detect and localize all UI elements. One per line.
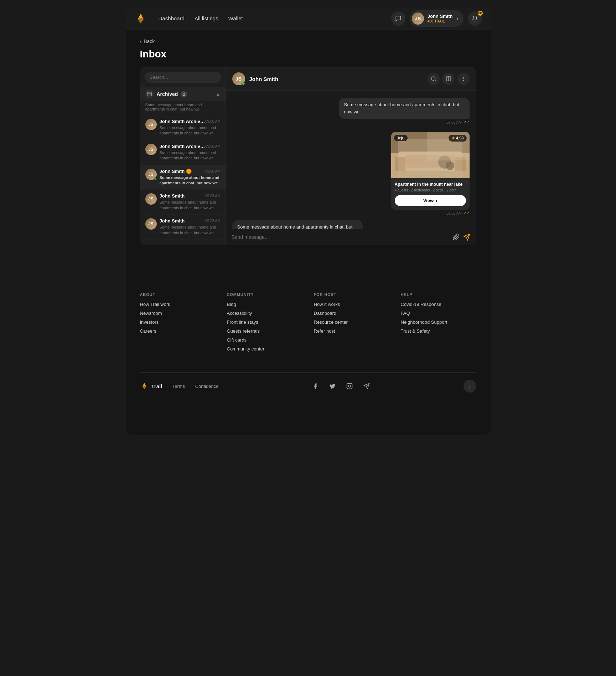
chat-contact-name: John Smith bbox=[249, 76, 428, 82]
footer-logo-text: Trail bbox=[151, 383, 162, 389]
split-view-button[interactable] bbox=[442, 73, 455, 85]
footer-link[interactable]: Trust & Safety bbox=[401, 328, 476, 334]
more-options-button[interactable] bbox=[457, 73, 470, 85]
back-link[interactable]: ‹ Back bbox=[140, 39, 476, 44]
footer-terms-link[interactable]: Terms bbox=[172, 384, 185, 389]
search-input[interactable] bbox=[145, 72, 221, 83]
listing-location-badge: Jeju bbox=[394, 135, 408, 141]
telegram-icon[interactable] bbox=[361, 380, 372, 392]
chat-input-area bbox=[226, 229, 476, 245]
avatar: JS bbox=[145, 193, 157, 205]
footer-col-label: Help bbox=[401, 292, 476, 297]
conv-header: John Smith 09:08 AM bbox=[160, 193, 221, 199]
view-listing-button[interactable]: View › bbox=[395, 195, 466, 206]
footer-link[interactable]: Resource center bbox=[314, 319, 389, 325]
footer-link[interactable]: Dashboard bbox=[314, 311, 389, 316]
avatar: JS bbox=[145, 119, 157, 130]
footer-link[interactable]: Accessibility bbox=[227, 311, 302, 316]
svg-point-18 bbox=[446, 162, 454, 170]
footer-link[interactable]: Careers bbox=[140, 328, 216, 334]
conv-time: 09:08 AM bbox=[205, 144, 220, 148]
list-item[interactable]: JS John Smith Archived 09:08 AM Some mes… bbox=[140, 140, 226, 165]
conv-time: 09:08 AM bbox=[205, 194, 220, 198]
conversation-list: JS John Smith Archived 09:08 AM Some mes… bbox=[140, 115, 226, 245]
archived-section-header[interactable]: Archived 2 ▲ bbox=[140, 87, 226, 101]
nav-links: Dashboard All listings Wallet bbox=[159, 15, 391, 21]
footer-col-label: For Host bbox=[314, 292, 389, 297]
footer-confidence-link[interactable]: Confidence bbox=[195, 384, 219, 389]
star-icon: ★ bbox=[451, 136, 455, 140]
footer-columns: About How Trail work Newsroom Investors … bbox=[140, 292, 476, 355]
svg-rect-12 bbox=[391, 153, 470, 178]
archived-collapse-icon: ▲ bbox=[216, 91, 221, 97]
search-chat-button[interactable] bbox=[428, 73, 440, 85]
archived-preview: Some message about home and apartments i… bbox=[140, 101, 226, 115]
footer-link[interactable]: Gift cards bbox=[227, 337, 302, 343]
list-item[interactable]: JS John Smith 🟠 09:08 AM Some message ab… bbox=[140, 165, 226, 190]
user-trail-points: 400 TRAIL bbox=[428, 19, 453, 23]
message-time: 09:08 AM ✓✓ bbox=[446, 120, 469, 125]
chat-contact-avatar: JS bbox=[232, 72, 245, 85]
conv-time: 09:08 AM bbox=[205, 169, 220, 173]
conv-header: John Smith Archived 09:08 AM bbox=[160, 119, 221, 124]
listing-details: 4 guests · 2 bedrooms · 2 beds · 2 bath bbox=[395, 188, 466, 192]
conv-header: John Smith Archived 09:08 AM bbox=[160, 144, 221, 149]
footer-link[interactable]: FAQ bbox=[401, 311, 476, 316]
twitter-icon[interactable] bbox=[327, 380, 338, 392]
listing-rating-badge: ★ 4,98 bbox=[449, 135, 466, 142]
footer-link[interactable]: Newsroom bbox=[140, 311, 216, 316]
online-indicator bbox=[154, 177, 157, 180]
page-title: Inbox bbox=[140, 48, 476, 60]
footer-col-for-host: For Host How it works Dashboard Resource… bbox=[314, 292, 389, 355]
footer-link[interactable]: How it works bbox=[314, 302, 389, 307]
archived-label: Archived bbox=[157, 91, 178, 97]
svg-rect-2 bbox=[147, 92, 152, 93]
conv-preview: Some message about home and apartments i… bbox=[160, 125, 221, 136]
message-time: 09:08 AM ✓✓ bbox=[446, 211, 469, 216]
nav-right: JS John Smith 400 TRAIL ▾ 99+ bbox=[391, 10, 482, 27]
svg-point-10 bbox=[463, 80, 464, 81]
list-item[interactable]: JS John Smith Archived 09:08 AM Some mes… bbox=[140, 115, 226, 140]
footer-link[interactable]: How Trail work bbox=[140, 302, 216, 307]
conv-body: John Smith 09:08 AM Some message about h… bbox=[160, 193, 221, 211]
footer-link[interactable]: Guests referrals bbox=[227, 328, 302, 334]
notification-bell[interactable]: 99+ bbox=[468, 11, 482, 26]
user-menu-button[interactable]: JS John Smith 400 TRAIL ▾ bbox=[410, 10, 464, 27]
nav-wallet[interactable]: Wallet bbox=[228, 15, 243, 21]
footer-col-label: Community bbox=[227, 292, 302, 297]
conv-name: John Smith bbox=[160, 218, 185, 224]
attach-button[interactable] bbox=[452, 234, 460, 241]
footer-col-about: About How Trail work Newsroom Investors … bbox=[140, 292, 216, 355]
footer-link[interactable]: Blog bbox=[227, 302, 302, 307]
inbox-sidebar: Archived 2 ▲ Some message about home and… bbox=[140, 67, 226, 245]
footer-link[interactable]: Front line stays bbox=[227, 319, 302, 325]
message-outgoing-listing: Jeju ★ 4,98 Apartment in the mount near … bbox=[232, 129, 470, 216]
footer-bottom: Trail · Terms · Confidence bbox=[140, 372, 476, 393]
nav-dashboard[interactable]: Dashboard bbox=[159, 15, 185, 21]
footer-link[interactable]: Refer host bbox=[314, 328, 389, 334]
instagram-icon[interactable] bbox=[344, 380, 355, 392]
footer-link[interactable]: Investors bbox=[140, 319, 216, 325]
chat-input[interactable] bbox=[232, 234, 449, 240]
send-message-button[interactable] bbox=[463, 234, 470, 241]
avatar: JS bbox=[145, 144, 157, 155]
conv-body: John Smith Archived 09:08 AM Some messag… bbox=[160, 119, 221, 136]
facebook-icon[interactable] bbox=[310, 380, 321, 392]
footer-more-button[interactable]: ⋮ bbox=[464, 380, 476, 393]
notification-badge-count: 99+ bbox=[478, 11, 483, 16]
logo[interactable] bbox=[134, 12, 147, 25]
conv-header: John Smith 09:08 AM bbox=[160, 218, 221, 224]
footer-link[interactable]: Neighborhood Support bbox=[401, 319, 476, 325]
footer-link[interactable]: Covid-19 Response bbox=[401, 302, 476, 307]
list-item[interactable]: JS John Smith 09:08 AM Some message abou… bbox=[140, 215, 226, 240]
conv-name: John Smith Archived bbox=[160, 119, 206, 124]
message-incoming: Some message about home and apartments i… bbox=[232, 220, 470, 229]
conv-preview: Some message about home and apartments i… bbox=[160, 150, 221, 161]
footer-logo[interactable]: Trail bbox=[140, 382, 162, 390]
nav-all-listings[interactable]: All listings bbox=[195, 15, 218, 21]
back-label[interactable]: Back bbox=[144, 39, 155, 44]
svg-line-5 bbox=[435, 80, 436, 81]
list-item[interactable]: JS John Smith 09:08 AM Some message abou… bbox=[140, 190, 226, 215]
chat-icon-button[interactable] bbox=[391, 11, 405, 26]
footer-link[interactable]: Community center bbox=[227, 346, 302, 352]
